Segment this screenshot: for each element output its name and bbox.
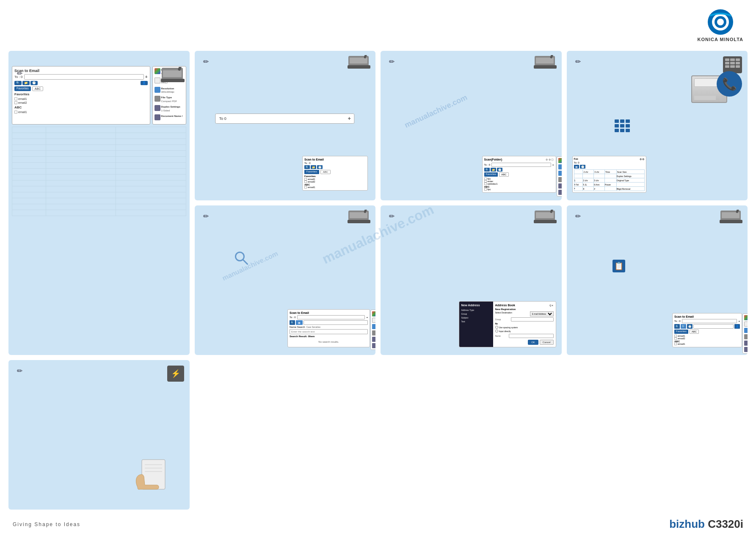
svg-rect-13 xyxy=(536,58,554,64)
se7-abc-tab[interactable]: ABC xyxy=(690,330,699,334)
address-button[interactable]: 📁 xyxy=(22,81,30,85)
magnifier-icon xyxy=(234,250,249,267)
svg-rect-6 xyxy=(161,79,185,82)
duplex-setting: Duplex Settings 1-Sided xyxy=(155,105,184,112)
watermark-3: manualachive.com xyxy=(403,93,469,130)
scan-email-main-widget: Scan to Email To : 0 + 🔍 📁 🕐 xyxy=(12,66,186,125)
mini-fav-tab[interactable]: Favorites xyxy=(304,170,319,174)
mini-btn-search[interactable]: 🔍 xyxy=(304,165,310,169)
scanner-icon-2 xyxy=(348,55,371,72)
addr-cancel-btn[interactable]: Cancel xyxy=(540,340,554,345)
panel-address-icon: ✏ 📋 Scan to Email T xyxy=(567,205,748,355)
svg-point-3 xyxy=(717,19,724,25)
fax-btn2[interactable]: 🕐 xyxy=(580,165,585,169)
abc-section: ABC xyxy=(14,105,148,109)
pencil-icon-8: ✏ xyxy=(17,367,22,375)
pencil-icon-6: ✏ xyxy=(389,212,395,220)
use-spacing-radio[interactable]: Use spacing system xyxy=(495,326,518,329)
sf-btn2[interactable]: 📁 xyxy=(491,168,496,172)
se7-btn1[interactable]: 🔍 xyxy=(674,324,680,329)
favorites-label: Favorites xyxy=(14,92,148,96)
panel-usb: ✏ ⚡ xyxy=(8,360,190,510)
to-input-bar[interactable]: To 0 + xyxy=(215,114,355,124)
close-addr-btn[interactable]: Q ✕ xyxy=(549,304,553,307)
numpad-icon xyxy=(723,56,742,73)
address-book-icon[interactable]: 📋 xyxy=(613,260,625,272)
search-widget: Scan to Email To : 0 + 🔍 ▦ Name Search C… xyxy=(287,309,370,347)
scanner-icon-6 xyxy=(534,210,557,227)
footer: Giving Shape to Ideas bizhub C3320i xyxy=(13,518,743,531)
svg-rect-14 xyxy=(534,65,557,69)
scanner-icon-5 xyxy=(348,210,371,227)
sw-btn2[interactable]: ▦ xyxy=(296,320,303,325)
panel-address-book: ✏ New Address Address Typ xyxy=(381,205,562,355)
doc-name-setting: Document Name / xyxy=(155,114,184,120)
search-button[interactable]: 🔍 xyxy=(14,81,22,85)
mini-btn-addr[interactable]: 📁 xyxy=(311,165,316,169)
se7-btn2[interactable]: 🔍 xyxy=(681,324,686,329)
add-btn-2[interactable]: + xyxy=(348,116,351,122)
sf-btn3[interactable]: 🕐 xyxy=(497,168,502,172)
abc-tab[interactable]: ABC xyxy=(32,86,43,91)
scan-email-widget-7: Scan to Email To : 0 + 🔍 🔍 🕐 👤 xyxy=(672,313,742,347)
fax-btn1[interactable]: ▦ xyxy=(574,165,579,169)
sw-btn1[interactable]: 🔍 xyxy=(290,320,295,325)
scanner-icon-7 xyxy=(720,210,743,227)
panel-scan-email-full: ✏ Scan to Email xyxy=(8,51,190,355)
sf-abc-tab[interactable]: ABC xyxy=(499,172,508,177)
sf-fav-tab[interactable]: Favorites xyxy=(484,172,498,177)
se7-btn4[interactable]: 👤 xyxy=(734,324,740,329)
panel-scan-folder: ✏ manualachive.com Scan(Folder) ⚙ ⚙ ⓘ xyxy=(381,51,562,200)
email-type-select[interactable]: E-mail Address xyxy=(530,311,554,316)
konica-minolta-logo xyxy=(701,9,739,39)
svg-rect-28 xyxy=(720,220,742,223)
logo-text: KONICA MINOLTA xyxy=(697,37,743,42)
svg-line-21 xyxy=(243,260,248,264)
usb-icon: ⚡ xyxy=(167,366,184,382)
email1-item[interactable]: email1 xyxy=(14,97,148,101)
svg-rect-18 xyxy=(348,220,370,223)
email2-item[interactable]: email2 xyxy=(14,101,148,105)
addr-ok-btn[interactable]: OK xyxy=(528,340,538,345)
resolution-setting: Resolution 300x300dpi xyxy=(155,87,184,94)
mini-btn-clock[interactable]: 🕐 xyxy=(317,165,323,169)
favorites-tab[interactable]: Favorites xyxy=(14,86,31,91)
svg-rect-27 xyxy=(722,212,739,218)
abc-email1[interactable]: email1 xyxy=(14,110,148,114)
pencil-icon-4: ✏ xyxy=(575,58,581,66)
hand-paper-illustration xyxy=(127,455,178,498)
pencil-icon-2: ✏ xyxy=(203,58,209,66)
scanner-icon-3 xyxy=(534,55,557,72)
input-directly-radio[interactable]: Input directly xyxy=(495,330,511,333)
panel-to-input: ✏ To 0 + xyxy=(195,51,376,200)
address-book-form: New Address Address Type Group Subject T… xyxy=(459,301,556,347)
search-input[interactable] xyxy=(290,329,368,334)
logo-container: KONICA MINOLTA xyxy=(629,0,756,47)
mini-abc-tab[interactable]: ABC xyxy=(320,170,331,174)
svg-rect-24 xyxy=(534,220,557,223)
se7-btn3[interactable]: 🕐 xyxy=(687,324,693,329)
panel-search: ✏ manualachive.com xyxy=(195,205,376,355)
svg-rect-23 xyxy=(536,212,554,218)
footer-product: bizhub C3320i xyxy=(669,518,743,531)
panel-fax: ✏ xyxy=(567,51,748,200)
scanner-icon-tr xyxy=(161,67,185,85)
footer-tagline: Giving Shape to Ideas xyxy=(13,521,80,527)
scan-folder-widget: Scan(Folder) ⚙ ⚙ ⓘ To : 0 + 🔍 📁 🕐 xyxy=(482,156,556,193)
fax-keypad xyxy=(615,119,630,132)
svg-rect-9 xyxy=(350,58,367,64)
fax-table-widget: Fax ⚙ ⚙ To: 0 ▦ 🕐 2 chr 3 chr Time xyxy=(572,156,646,193)
panels-grid: ✏ Scan to Email xyxy=(8,51,748,510)
svg-rect-17 xyxy=(350,212,367,218)
file-type-setting: File Type Compact PDF xyxy=(155,96,184,103)
add-button[interactable]: + xyxy=(145,75,148,79)
main-content: ✏ Scan to Email xyxy=(8,51,748,510)
se7-fav-tab[interactable]: Favorites xyxy=(674,330,688,334)
big-table-area xyxy=(12,127,186,216)
widget-title: Scan to Email xyxy=(14,69,148,73)
svg-rect-10 xyxy=(348,65,370,69)
person-button[interactable]: 👤 xyxy=(141,81,148,85)
pencil-icon-7: ✏ xyxy=(575,212,581,220)
sf-btn1[interactable]: 🔍 xyxy=(484,168,490,172)
clock-button[interactable]: 🕐 xyxy=(30,81,38,85)
